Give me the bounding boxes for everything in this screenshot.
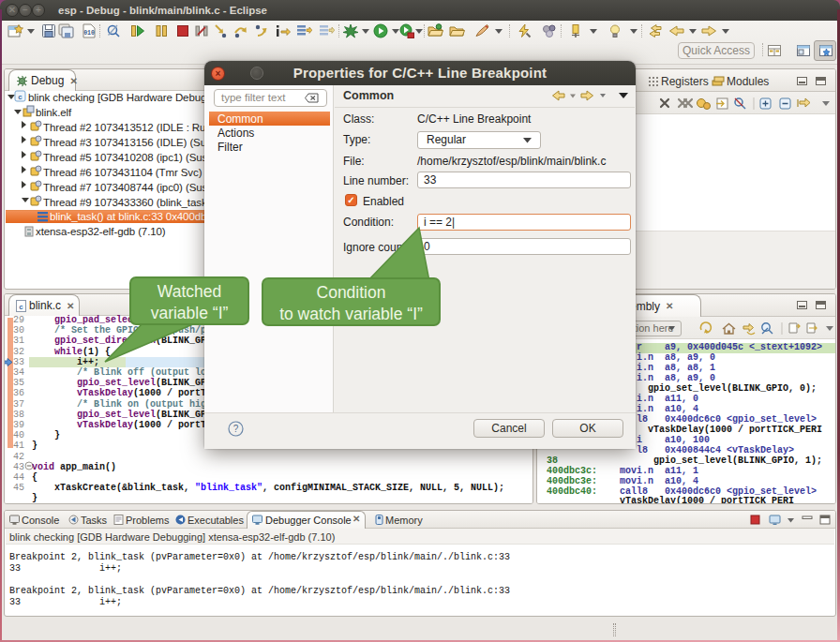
- svg-text:?: ?: [233, 424, 239, 434]
- svg-text:010: 010: [83, 30, 95, 37]
- svg-text:c: c: [19, 302, 23, 310]
- svg-text:c: c: [18, 93, 22, 101]
